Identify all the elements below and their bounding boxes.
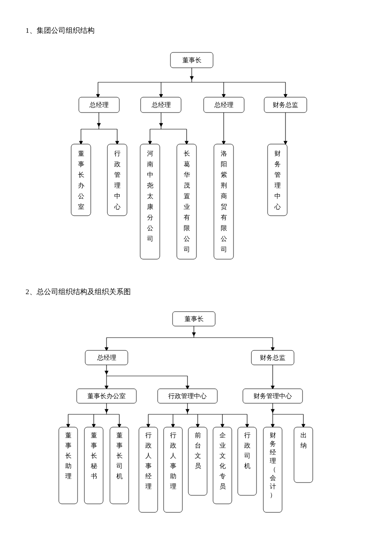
d2-root: 董事长 (184, 315, 204, 322)
d1-l3-1: 政 (114, 161, 121, 168)
d2-l4-4: 理 (170, 483, 176, 490)
d1-l3-5: 财 (274, 150, 281, 157)
d1-l3-5: 管 (274, 171, 281, 178)
d1-l3-0: 长 (78, 171, 84, 178)
d2-l4-7: 机 (244, 462, 251, 469)
d2-l4-2: 董 (116, 432, 123, 439)
d1-l3-4: 限 (221, 225, 227, 231)
d2-l4-2: 机 (116, 473, 123, 480)
d1-l3-3: 限 (184, 225, 190, 231)
d1-l2-0: 总经理 (89, 101, 109, 108)
d2-l4-9: 出 (300, 432, 307, 439)
d1-l3-4: 紫 (221, 171, 227, 178)
d1-l3-0: 室 (78, 203, 84, 210)
d2-l4-6: 化 (219, 462, 226, 469)
d2-l4-4: 事 (170, 462, 176, 469)
d2-l4-7: 司 (244, 452, 251, 459)
d2-l4-6: 专 (219, 473, 226, 480)
d2-l4-5: 前 (195, 432, 201, 439)
d2-l4-0: 事 (65, 442, 72, 449)
d2-l4-7: 政 (244, 442, 251, 449)
d2-l4-3: 行 (145, 432, 152, 439)
d1-l3-0: 办 (78, 182, 84, 189)
d2-l4-8: 计 (270, 483, 276, 490)
d2-l4-6: 文 (219, 452, 226, 459)
d1-l3-2: 河 (147, 150, 153, 157)
d2-l3-1: 行政管理中心 (168, 393, 207, 399)
d2-l4-6: 企 (219, 432, 226, 439)
d2-l4-8: （ (270, 466, 276, 473)
d2-l4-3: 事 (145, 462, 152, 469)
d2-l4-4: 人 (170, 452, 176, 459)
d1-l3-1: 心 (114, 203, 121, 210)
d1-l3-3: 葛 (184, 161, 190, 168)
d1-l3-4: 洛 (221, 150, 227, 157)
d2-l4-8: 理 (270, 457, 276, 464)
d2-l4-6: 业 (219, 442, 226, 449)
d2-l4-5: 员 (195, 462, 201, 469)
diagram-1: 董事长 总经理 总经理 总经理 财务总监 董事长办公室行政管理中心河南中尧太康分… (26, 48, 366, 270)
svg-rect-69 (139, 427, 158, 512)
d2-l4-4: 政 (170, 442, 176, 449)
heading-1: 1、集团公司组织结构 (26, 26, 366, 35)
d2-l4-3: 政 (145, 442, 152, 449)
d1-l3-2: 中 (147, 171, 153, 178)
d1-l3-0: 董 (78, 150, 84, 157)
d2-l4-3: 人 (145, 452, 152, 459)
d2-l4-0: 理 (65, 473, 72, 480)
d2-l4-9: 纳 (300, 442, 307, 449)
d1-l2-1: 总经理 (151, 101, 171, 108)
heading-2: 2、总公司组织结构及组织关系图 (26, 287, 366, 297)
d2-l4-8: 务 (270, 440, 276, 447)
d2-l4-5: 台 (195, 442, 201, 449)
d1-l3-4: 商 (221, 193, 227, 199)
d2-l4-1: 董 (91, 432, 97, 439)
d1-l3-3: 公 (184, 235, 190, 242)
diagram-2: 董事长 总经理 财务总监 董事长办公室 行政管理中心 财务管理中心 (26, 309, 366, 531)
d1-l3-4: 有 (221, 214, 227, 221)
d2-l4-0: 长 (65, 452, 72, 459)
d2-l4-2: 事 (116, 442, 123, 449)
d1-l3-5: 理 (274, 182, 281, 189)
d1-l3-4: 贸 (221, 203, 227, 210)
d1-l3-3: 华 (184, 171, 190, 178)
d2-l4-4: 助 (170, 473, 176, 480)
d1-root: 董事长 (182, 57, 202, 64)
d1-l3-5: 中 (274, 193, 281, 199)
d2-l4-4: 行 (170, 432, 176, 439)
d1-l3-3: 长 (184, 150, 190, 157)
d2-l4-8: 经 (270, 449, 276, 456)
d1-l3-4: 荆 (221, 182, 227, 189)
d2-l4-2: 司 (116, 462, 123, 469)
d1-l3-1: 行 (114, 150, 121, 157)
d2-l3-2: 财务管理中心 (254, 393, 292, 399)
d1-l3-2: 分 (147, 214, 153, 221)
d1-l3-4: 司 (221, 246, 227, 253)
d2-l2-0: 总经理 (97, 354, 116, 361)
d2-l4-6: 员 (219, 483, 226, 490)
d1-l3-4: 阳 (221, 161, 227, 168)
d1-l3-5: 务 (274, 161, 281, 168)
d2-l4-1: 长 (91, 452, 97, 459)
d1-l3-2: 太 (147, 193, 153, 199)
d1-l3-0: 公 (78, 193, 84, 199)
d2-l4-8: 会 (270, 474, 276, 481)
d1-l3-2: 司 (147, 235, 153, 242)
d1-l3-1: 理 (114, 182, 121, 189)
d1-l3-2: 公 (147, 225, 153, 231)
d2-l3-0: 董事长办公室 (87, 393, 126, 399)
d1-l3-5: 心 (274, 203, 281, 210)
d2-l4-0: 助 (65, 462, 72, 469)
d2-l4-8: 财 (270, 432, 276, 439)
d1-l3-3: 茂 (184, 182, 190, 189)
d2-l4-1: 秘 (91, 462, 97, 469)
d1-l3-3: 有 (184, 214, 190, 221)
d2-l4-0: 董 (65, 432, 72, 439)
d1-l3-1: 管 (114, 171, 121, 178)
d2-l4-1: 事 (91, 442, 97, 449)
d1-l3-2: 康 (147, 203, 153, 210)
d2-l4-5: 文 (195, 452, 201, 459)
d2-l4-3: 经 (145, 473, 152, 480)
d1-l3-4: 公 (221, 235, 227, 242)
d1-l3-2: 尧 (147, 182, 153, 189)
